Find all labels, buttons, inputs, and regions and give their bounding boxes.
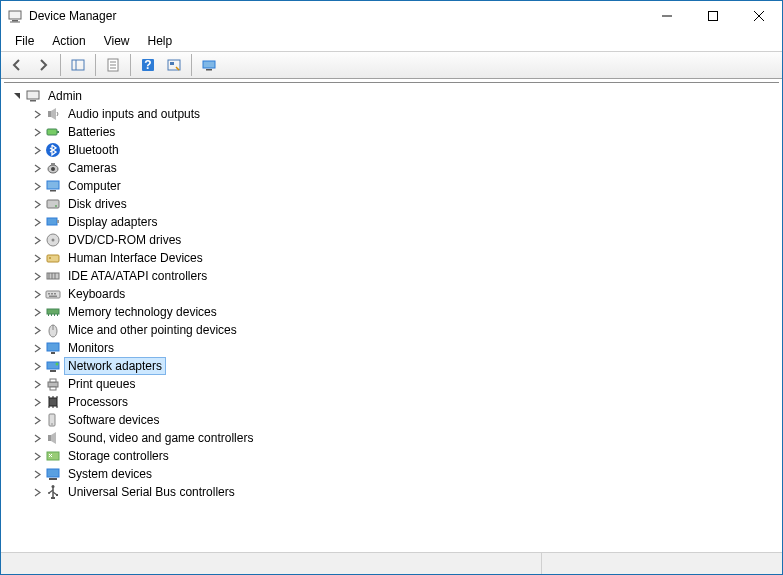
expand-toggle-icon[interactable] xyxy=(30,431,44,445)
tree-node-keyboards[interactable]: Keyboards xyxy=(8,285,779,303)
expand-toggle-icon[interactable] xyxy=(30,377,44,391)
tree-node-audio-inputs-and-outputs[interactable]: Audio inputs and outputs xyxy=(8,105,779,123)
expand-toggle-icon[interactable] xyxy=(30,143,44,157)
show-hide-console-tree-button[interactable] xyxy=(66,54,90,76)
tree-node-label: Batteries xyxy=(64,123,119,141)
tree-node-system-devices[interactable]: System devices xyxy=(8,465,779,483)
tree-node-software-devices[interactable]: Software devices xyxy=(8,411,779,429)
tree-node-processors[interactable]: Processors xyxy=(8,393,779,411)
keyboard-icon xyxy=(45,286,61,302)
expand-toggle-icon[interactable] xyxy=(10,89,24,103)
tree-node-disk-drives[interactable]: Disk drives xyxy=(8,195,779,213)
view-devices-button[interactable] xyxy=(197,54,221,76)
svg-rect-2 xyxy=(10,22,20,23)
expand-toggle-icon[interactable] xyxy=(30,215,44,229)
tree-node-label: Storage controllers xyxy=(64,447,173,465)
display-adapter-icon xyxy=(45,214,61,230)
menu-view[interactable]: View xyxy=(96,32,138,50)
battery-icon xyxy=(45,124,61,140)
expand-toggle-icon[interactable] xyxy=(30,341,44,355)
expand-toggle-icon[interactable] xyxy=(30,251,44,265)
expand-toggle-icon[interactable] xyxy=(30,107,44,121)
tree-node-label: Software devices xyxy=(64,411,163,429)
storage-icon xyxy=(45,448,61,464)
properties-button[interactable] xyxy=(101,54,125,76)
monitor-icon xyxy=(45,340,61,356)
tree-node-display-adapters[interactable]: Display adapters xyxy=(8,213,779,231)
svg-rect-13 xyxy=(170,62,174,65)
tree-node-sound-video-and-game-controllers[interactable]: Sound, video and game controllers xyxy=(8,429,779,447)
usb-icon xyxy=(45,484,61,500)
tree-node-label: Universal Serial Bus controllers xyxy=(64,483,239,501)
tree-node-print-queues[interactable]: Print queues xyxy=(8,375,779,393)
tree-node-dvd-cd-rom-drives[interactable]: DVD/CD-ROM drives xyxy=(8,231,779,249)
expand-toggle-icon[interactable] xyxy=(30,449,44,463)
tree-node-human-interface-devices[interactable]: Human Interface Devices xyxy=(8,249,779,267)
svg-rect-4 xyxy=(72,60,84,70)
svg-rect-0 xyxy=(9,11,21,19)
tree-node-label: Computer xyxy=(64,177,125,195)
tree-node-label: Network adapters xyxy=(64,357,166,375)
expand-toggle-icon[interactable] xyxy=(30,125,44,139)
help-button[interactable]: ? xyxy=(136,54,160,76)
tree-node-computer[interactable]: Computer xyxy=(8,177,779,195)
scan-hardware-button[interactable] xyxy=(162,54,186,76)
tree-node-label: Print queues xyxy=(64,375,139,393)
tree-node-label: Disk drives xyxy=(64,195,131,213)
expand-toggle-icon[interactable] xyxy=(30,485,44,499)
forward-button[interactable] xyxy=(31,54,55,76)
tree-node-root[interactable]: Admin xyxy=(8,87,779,105)
computer-root-icon xyxy=(25,88,41,104)
expand-toggle-icon[interactable] xyxy=(30,197,44,211)
device-tree: AdminAudio inputs and outputsBatteriesBl… xyxy=(4,85,779,501)
svg-rect-14 xyxy=(203,61,215,68)
expand-toggle-icon[interactable] xyxy=(30,467,44,481)
svg-rect-15 xyxy=(206,69,212,71)
back-button[interactable] xyxy=(5,54,29,76)
expand-toggle-icon[interactable] xyxy=(30,287,44,301)
expand-toggle-icon[interactable] xyxy=(30,305,44,319)
tree-node-ide-ata-atapi-controllers[interactable]: IDE ATA/ATAPI controllers xyxy=(8,267,779,285)
expand-toggle-icon[interactable] xyxy=(30,413,44,427)
cpu-icon xyxy=(45,394,61,410)
svg-rect-3 xyxy=(709,12,718,21)
menu-action[interactable]: Action xyxy=(44,32,93,50)
menu-file[interactable]: File xyxy=(7,32,42,50)
minimize-button[interactable] xyxy=(644,1,690,31)
tree-node-label: Bluetooth xyxy=(64,141,123,159)
expand-toggle-icon[interactable] xyxy=(30,179,44,193)
device-tree-area[interactable]: AdminAudio inputs and outputsBatteriesBl… xyxy=(4,82,779,552)
tree-node-storage-controllers[interactable]: Storage controllers xyxy=(8,447,779,465)
menu-help[interactable]: Help xyxy=(140,32,181,50)
tree-node-universal-serial-bus-controllers[interactable]: Universal Serial Bus controllers xyxy=(8,483,779,501)
tree-node-network-adapters[interactable]: Network adapters xyxy=(8,357,779,375)
tree-node-label: Admin xyxy=(44,87,86,105)
svg-text:?: ? xyxy=(144,58,151,72)
camera-icon xyxy=(45,160,61,176)
tree-node-bluetooth[interactable]: Bluetooth xyxy=(8,141,779,159)
statusbar-pane-left xyxy=(1,553,542,574)
close-button[interactable] xyxy=(736,1,782,31)
tree-node-mice-and-other-pointing-devices[interactable]: Mice and other pointing devices xyxy=(8,321,779,339)
expand-toggle-icon[interactable] xyxy=(30,161,44,175)
toolbar: ? xyxy=(1,51,782,79)
tree-node-monitors[interactable]: Monitors xyxy=(8,339,779,357)
tree-node-label: IDE ATA/ATAPI controllers xyxy=(64,267,211,285)
tree-node-label: Cameras xyxy=(64,159,121,177)
expand-toggle-icon[interactable] xyxy=(30,233,44,247)
mouse-icon xyxy=(45,322,61,338)
tree-node-cameras[interactable]: Cameras xyxy=(8,159,779,177)
expand-toggle-icon[interactable] xyxy=(30,359,44,373)
tree-node-memory-technology-devices[interactable]: Memory technology devices xyxy=(8,303,779,321)
expand-toggle-icon[interactable] xyxy=(30,323,44,337)
tree-node-label: Keyboards xyxy=(64,285,129,303)
tree-node-batteries[interactable]: Batteries xyxy=(8,123,779,141)
ide-icon xyxy=(45,268,61,284)
svg-rect-1 xyxy=(12,20,18,22)
app-icon xyxy=(7,8,23,24)
expand-toggle-icon[interactable] xyxy=(30,269,44,283)
expand-toggle-icon[interactable] xyxy=(30,395,44,409)
window-controls xyxy=(644,1,782,31)
tree-node-label: Audio inputs and outputs xyxy=(64,105,204,123)
maximize-button[interactable] xyxy=(690,1,736,31)
